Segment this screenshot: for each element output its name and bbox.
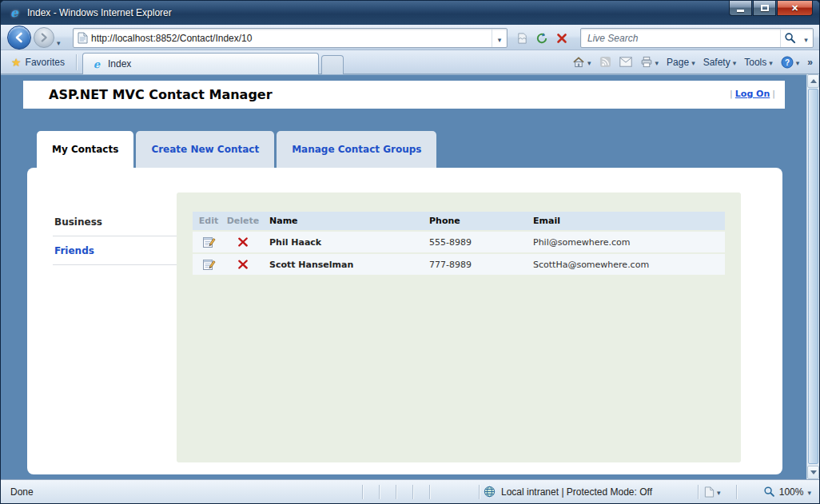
page-viewport: ASP.NET MVC Contact Manager |Log On| My … [1, 74, 806, 479]
contacts-panel: Edit Delete Name Phone Email [177, 192, 741, 462]
logon-pipe: | [730, 89, 733, 99]
help-dropdown[interactable] [796, 57, 800, 68]
toolbar-separator [76, 54, 77, 70]
title-bar[interactable]: Index - Windows Internet Explorer [1, 1, 819, 25]
rss-feed-icon [599, 56, 611, 68]
address-bar[interactable] [73, 28, 508, 48]
open-behavior-control[interactable] [704, 480, 721, 503]
group-item-friends[interactable]: Friends [53, 236, 179, 265]
security-zone-indicator: Local intranet | Protected Mode: Off [484, 480, 652, 503]
favorites-button[interactable]: Favorites [5, 53, 71, 72]
contact-email: ScottHa@somewhere.com [525, 260, 725, 270]
zoom-control[interactable]: 100% [763, 480, 811, 503]
scroll-down-button[interactable] [807, 466, 819, 479]
app-title: ASP.NET MVC Contact Manager [49, 87, 273, 102]
navigation-bar [1, 25, 819, 50]
browser-window: Index - Windows Internet Explorer [0, 0, 820, 504]
recent-pages-dropdown[interactable] [57, 34, 61, 49]
tools-menu-button[interactable]: Tools [740, 53, 777, 72]
page-menu-label: Page [667, 57, 689, 68]
back-button[interactable] [7, 26, 31, 50]
search-options-dropdown[interactable] [799, 29, 813, 47]
print-dropdown[interactable] [655, 57, 659, 68]
refresh-button[interactable] [532, 29, 551, 47]
col-header-name: Name [261, 216, 421, 226]
status-divider [412, 485, 413, 499]
home-dropdown[interactable] [587, 57, 591, 68]
col-header-delete: Delete [225, 216, 261, 226]
col-header-email: Email [525, 216, 725, 226]
stop-button[interactable] [552, 29, 571, 47]
feeds-button[interactable] [595, 53, 615, 72]
search-box[interactable] [580, 28, 814, 48]
contact-name: Phil Haack [261, 237, 421, 248]
status-divider [362, 485, 363, 499]
read-mail-button[interactable] [615, 53, 636, 72]
svg-text:?: ? [785, 58, 790, 66]
search-icon[interactable] [780, 29, 799, 47]
contact-phone: 777-8989 [421, 260, 525, 270]
toolbar-overflow-chevron[interactable]: » [803, 53, 817, 72]
contact-row: Phil Haack 555-8989 Phil@somewhere.com [193, 232, 725, 252]
group-item-business[interactable]: Business [53, 208, 179, 236]
back-arrow-icon [13, 31, 26, 44]
command-bar: Page Safety Tools ? » [568, 50, 817, 73]
broken-page-icon [516, 32, 528, 45]
maximize-button[interactable] [753, 1, 776, 16]
col-header-phone: Phone [421, 216, 525, 226]
group-list: Business Friends [53, 208, 179, 265]
status-message: Done [10, 486, 34, 498]
tab-my-contacts[interactable]: My Contacts [37, 131, 133, 168]
home-button[interactable] [568, 53, 595, 72]
tab-manage-contact-groups[interactable]: Manage Contact Groups [277, 131, 436, 168]
zoom-level: 100% [779, 486, 804, 498]
mail-icon [619, 57, 632, 67]
ie-logo-icon [8, 6, 21, 19]
status-page-icon [704, 486, 715, 498]
tab-favicon-icon [90, 58, 103, 70]
logon-link[interactable]: Log On [735, 89, 770, 99]
zoom-magnifier-icon [763, 486, 775, 498]
main-panel: Business Friends Edit Delete Name Phone … [27, 168, 782, 474]
col-header-edit: Edit [193, 216, 225, 226]
edit-icon[interactable] [202, 258, 216, 272]
intranet-globe-icon [484, 486, 496, 498]
browser-tab-index[interactable]: Index [82, 53, 319, 74]
forward-button[interactable] [34, 27, 54, 48]
logon-pipe: | [772, 89, 775, 99]
help-icon: ? [781, 56, 794, 69]
minimize-button[interactable] [729, 1, 752, 16]
status-divider [379, 485, 380, 499]
status-divider [429, 485, 430, 499]
scrollbar-thumb[interactable] [808, 89, 818, 464]
stop-x-icon [556, 33, 567, 44]
page-menu-button[interactable]: Page [663, 53, 699, 72]
address-dropdown[interactable] [492, 29, 507, 47]
new-tab-button[interactable] [321, 55, 344, 74]
zone-text: Local intranet | Protected Mode: Off [501, 486, 652, 498]
delete-icon[interactable] [237, 236, 249, 248]
vertical-scrollbar[interactable] [806, 74, 819, 479]
page-document-icon [78, 32, 88, 44]
safety-menu-button[interactable]: Safety [699, 53, 741, 72]
search-input[interactable] [581, 29, 780, 47]
close-button[interactable] [777, 1, 813, 16]
help-button[interactable]: ? [777, 53, 804, 72]
compatibility-view-button[interactable] [512, 29, 531, 47]
tools-menu-label: Tools [744, 57, 766, 68]
print-button[interactable] [636, 53, 663, 72]
delete-icon[interactable] [237, 259, 249, 270]
browser-tab-title: Index [108, 58, 131, 69]
contact-name: Scott Hanselman [261, 260, 421, 270]
contacts-table: Edit Delete Name Phone Email [193, 212, 725, 275]
favorites-bar: Favorites Index [1, 50, 819, 74]
favorites-star-icon [11, 56, 22, 69]
home-icon [572, 56, 585, 68]
tab-create-new-contact[interactable]: Create New Contact [136, 131, 274, 168]
safety-menu-label: Safety [703, 57, 730, 68]
status-divider [698, 485, 699, 499]
scroll-up-button[interactable] [807, 74, 819, 88]
forward-arrow-icon [38, 32, 50, 43]
edit-icon[interactable] [202, 236, 216, 249]
address-input[interactable] [91, 29, 492, 47]
